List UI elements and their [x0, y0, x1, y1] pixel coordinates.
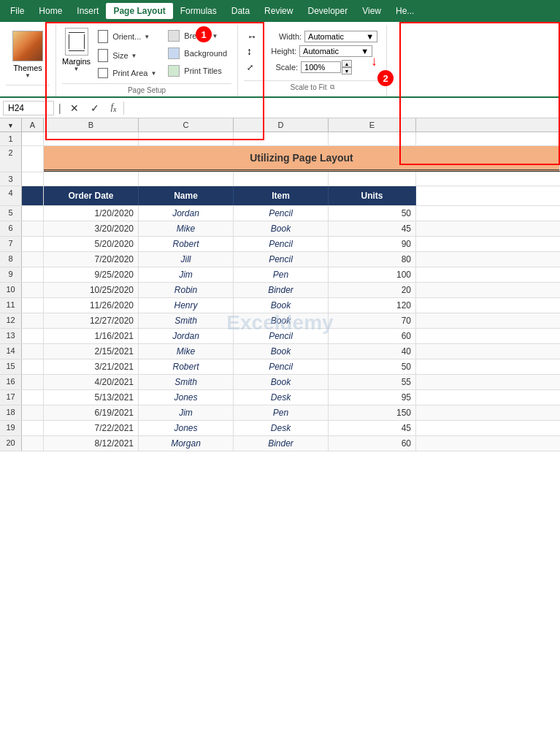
cell-reference-box[interactable]: H24 — [3, 101, 54, 115]
spreadsheet-title[interactable]: Utilizing Page Layout — [44, 146, 560, 172]
cell-a4[interactable] — [22, 186, 44, 205]
cell-e8[interactable]: 80 — [329, 252, 416, 267]
cell-a15[interactable] — [22, 359, 44, 374]
cell-c19[interactable]: Jones — [139, 421, 234, 435]
themes-button[interactable]: Themes ▼ — [6, 28, 50, 82]
cell-a12[interactable] — [22, 313, 44, 328]
col-order-date[interactable]: Order Date — [44, 186, 139, 205]
cell-d20[interactable]: Binder — [234, 436, 329, 451]
col-item[interactable]: Item — [234, 186, 329, 205]
cell-a13[interactable] — [22, 329, 44, 343]
cell-d12[interactable]: Book — [234, 313, 329, 328]
cell-b5[interactable]: 1/20/2020 — [44, 206, 139, 221]
cell-a7[interactable] — [22, 237, 44, 251]
menu-view[interactable]: View — [355, 3, 388, 19]
margins-button[interactable]: Margins ▼ — [62, 28, 91, 72]
cell-c13[interactable]: Jordan — [139, 329, 234, 343]
cell-b6[interactable]: 3/20/2020 — [44, 221, 139, 236]
col-name[interactable]: Name — [139, 186, 234, 205]
scale-input[interactable]: 100% — [301, 61, 341, 73]
cell-e5[interactable]: 50 — [329, 206, 416, 221]
cell-b14[interactable]: 2/15/2021 — [44, 344, 139, 359]
cell-a1[interactable] — [22, 132, 44, 145]
cell-b20[interactable]: 8/12/2021 — [44, 436, 139, 451]
cell-b19[interactable]: 7/22/2021 — [44, 421, 139, 435]
cell-a11[interactable] — [22, 298, 44, 313]
confirm-formula-button[interactable]: ✓ — [86, 101, 104, 115]
cell-d15[interactable]: Pencil — [234, 359, 329, 374]
print-area-button[interactable]: Print Area ▼ — [93, 66, 161, 80]
cell-e1[interactable] — [329, 132, 416, 145]
cell-d19[interactable]: Desk — [234, 421, 329, 435]
cell-c7[interactable]: Robert — [139, 237, 234, 251]
cell-e11[interactable]: 120 — [329, 298, 416, 313]
cell-c18[interactable]: Jim — [139, 405, 234, 420]
cell-b17[interactable]: 5/13/2021 — [44, 390, 139, 405]
cell-a18[interactable] — [22, 405, 44, 420]
menu-formulas[interactable]: Formulas — [173, 3, 224, 19]
cell-e6[interactable]: 45 — [329, 221, 416, 236]
size-button[interactable]: Size ▼ — [93, 47, 161, 64]
cell-e16[interactable]: 55 — [329, 375, 416, 389]
cell-a5[interactable] — [22, 206, 44, 221]
cell-e18[interactable]: 150 — [329, 405, 416, 420]
background-button[interactable]: Background — [164, 45, 231, 61]
cell-b3[interactable] — [44, 172, 139, 186]
orientation-button[interactable]: Orient... ▼ — [93, 28, 161, 45]
cell-e14[interactable]: 40 — [329, 344, 416, 359]
cell-b13[interactable]: 1/16/2021 — [44, 329, 139, 343]
col-header-b[interactable]: B — [44, 118, 139, 131]
cell-d5[interactable]: Pencil — [234, 206, 329, 221]
cell-d3[interactable] — [234, 172, 329, 186]
cell-a20[interactable] — [22, 436, 44, 451]
cell-c3[interactable] — [139, 172, 234, 186]
width-input[interactable]: Automatic ▼ — [304, 31, 377, 42]
cell-e17[interactable]: 95 — [329, 390, 416, 405]
menu-page-layout[interactable]: Page Layout — [106, 3, 172, 19]
cell-b12[interactable]: 12/27/2020 — [44, 313, 139, 328]
cell-e7[interactable]: 90 — [329, 237, 416, 251]
cell-b16[interactable]: 4/20/2021 — [44, 375, 139, 389]
cell-e3[interactable] — [329, 172, 416, 186]
cell-c12[interactable]: Smith — [139, 313, 234, 328]
cell-d16[interactable]: Book — [234, 375, 329, 389]
cell-a6[interactable] — [22, 221, 44, 236]
col-units[interactable]: Units — [329, 186, 416, 205]
cancel-formula-button[interactable]: ✕ — [66, 101, 83, 115]
cell-c11[interactable]: Henry — [139, 298, 234, 313]
cell-d11[interactable]: Book — [234, 298, 329, 313]
cell-d10[interactable]: Binder — [234, 283, 329, 297]
height-input[interactable]: Automatic ▼ — [299, 45, 372, 57]
cell-d8[interactable]: Pencil — [234, 252, 329, 267]
cell-c14[interactable]: Mike — [139, 344, 234, 359]
cell-c16[interactable]: Smith — [139, 375, 234, 389]
cell-d7[interactable]: Pencil — [234, 237, 329, 251]
cell-d17[interactable]: Desk — [234, 390, 329, 405]
menu-data[interactable]: Data — [224, 3, 257, 19]
menu-insert[interactable]: Insert — [69, 3, 106, 19]
cell-a10[interactable] — [22, 283, 44, 297]
col-header-a[interactable]: A — [22, 118, 44, 131]
cell-d14[interactable]: Book — [234, 344, 329, 359]
cell-b18[interactable]: 6/19/2021 — [44, 405, 139, 420]
col-header-c[interactable]: C — [139, 118, 234, 131]
cell-e19[interactable]: 45 — [329, 421, 416, 435]
scale-down-button[interactable]: ▼ — [342, 67, 352, 75]
cell-a9[interactable] — [22, 267, 44, 282]
cell-c15[interactable]: Robert — [139, 359, 234, 374]
menu-file[interactable]: File — [3, 3, 31, 19]
cell-c10[interactable]: Robin — [139, 283, 234, 297]
col-header-d[interactable]: D — [234, 118, 329, 131]
cell-e13[interactable]: 60 — [329, 329, 416, 343]
print-titles-button[interactable]: Print Titles — [164, 63, 231, 79]
cell-b9[interactable]: 9/25/2020 — [44, 267, 139, 282]
cell-c6[interactable]: Mike — [139, 221, 234, 236]
menu-developer[interactable]: Developer — [300, 3, 355, 19]
cell-b15[interactable]: 3/21/2021 — [44, 359, 139, 374]
cell-a17[interactable] — [22, 390, 44, 405]
cell-d13[interactable]: Pencil — [234, 329, 329, 343]
cell-c20[interactable]: Morgan — [139, 436, 234, 451]
col-header-e[interactable]: E — [329, 118, 416, 131]
cell-a8[interactable] — [22, 252, 44, 267]
cell-b11[interactable]: 11/26/2020 — [44, 298, 139, 313]
